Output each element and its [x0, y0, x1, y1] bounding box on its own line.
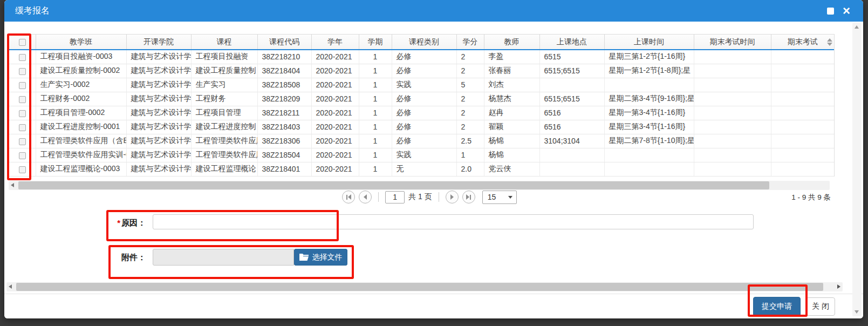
last-page-button[interactable] [462, 191, 475, 203]
column-header-label: 课程代码 [269, 37, 299, 46]
cell-teacher: 翟颖 [484, 120, 539, 134]
scroll-up-icon[interactable] [855, 25, 859, 29]
cell-year: 2020-2021 [311, 50, 359, 64]
cell-college: 建筑与艺术设计学院 [126, 106, 191, 120]
first-page-button[interactable] [342, 191, 355, 203]
table-horizontal-scrollbar[interactable] [9, 181, 830, 190]
column-header-location[interactable]: 上课地点 [539, 35, 604, 50]
cell-college: 建筑与艺术设计学院 [126, 134, 191, 148]
row-checkbox[interactable] [19, 166, 26, 173]
row-checkbox[interactable] [19, 138, 26, 145]
column-header-college[interactable]: 开课学院 [126, 35, 191, 50]
page-number-input[interactable] [385, 191, 405, 203]
cell-course: 工程项目投融资 [191, 50, 257, 64]
dialog-title: 缓考报名 [15, 5, 50, 17]
reason-input[interactable] [153, 214, 754, 229]
choose-file-button[interactable]: 选择文件 [294, 249, 347, 266]
row-select-cell [9, 148, 36, 162]
column-header-credit[interactable]: 学分 [456, 35, 484, 50]
table-row: 工程项目管理-0002建筑与艺术设计学院工程项目管理38Z2182112020-… [9, 106, 834, 120]
table-row: 建设工程进度控制-0001建筑与艺术设计学院建设工程进度控制38Z2184032… [9, 120, 834, 134]
maximize-button[interactable] [822, 4, 838, 18]
row-checkbox[interactable] [19, 152, 26, 159]
select-all-checkbox[interactable] [19, 39, 26, 46]
chevron-right-icon [466, 194, 469, 200]
cell-time: 星期一第3-4节{1-16周} [604, 106, 694, 120]
row-checkbox[interactable] [19, 110, 26, 117]
column-header-teacher[interactable]: 教师 [484, 35, 539, 50]
table-row: 工程管理类软件应用（含B建筑与艺术设计学院工程管理类软件应用38Z2183062… [9, 134, 834, 148]
dialog-scrollbar-thumb[interactable] [16, 283, 823, 291]
cell-teacher: 杨锦 [484, 148, 539, 162]
cell-course_code: 38Z218508 [257, 78, 311, 92]
row-select-cell [9, 134, 36, 148]
reason-label-text: 原因： [121, 218, 146, 227]
scroll-left-icon[interactable] [9, 284, 12, 289]
column-header-select [9, 35, 36, 50]
column-header-course_code[interactable]: 课程代码 [257, 35, 311, 50]
cell-final_exam_place [771, 134, 834, 148]
cell-time: 星期三第1-2节{1-16周} [604, 50, 694, 64]
page-size-value: 15 [488, 193, 496, 201]
cell-teacher: 杨慧杰 [484, 92, 539, 106]
chevron-left-icon [348, 194, 351, 200]
cell-course: 工程管理类软件应用 [191, 148, 257, 162]
table-row: 建设工程质量控制-0002建筑与艺术设计学院建设工程质量控制38Z2184042… [9, 64, 834, 78]
column-header-teaching_class[interactable]: 教学班 [36, 35, 126, 50]
cell-course_code: 38Z218306 [257, 134, 311, 148]
cell-teacher: 赵冉 [484, 106, 539, 120]
scroll-left-icon[interactable] [11, 183, 14, 187]
next-page-button[interactable] [446, 191, 459, 203]
row-select-cell [9, 106, 36, 120]
row-checkbox[interactable] [19, 82, 26, 89]
attachment-input[interactable] [153, 249, 294, 266]
column-header-label: 上课地点 [557, 37, 587, 46]
cell-college: 建筑与艺术设计学院 [126, 64, 191, 78]
cell-credit: 2 [456, 50, 484, 64]
table-scrollbar-thumb[interactable] [18, 181, 769, 189]
dialog-footer: 提交申请 关 闭 [4, 294, 863, 318]
cell-teacher: 刘杰 [484, 78, 539, 92]
attachment-label-text: 附件： [121, 253, 146, 262]
cell-teaching_class: 工程项目管理-0002 [36, 106, 126, 120]
cell-year: 2020-2021 [311, 78, 359, 92]
sort-carets-icon[interactable] [827, 38, 832, 46]
close-button[interactable]: 关 闭 [806, 297, 835, 316]
cell-course_type: 必修 [392, 92, 456, 106]
column-header-term[interactable]: 学期 [359, 35, 392, 50]
dialog-horizontal-scrollbar[interactable] [6, 282, 843, 291]
scroll-right-icon[interactable] [837, 284, 840, 289]
cell-course_code: 38Z218210 [257, 50, 311, 64]
row-select-cell [9, 78, 36, 92]
last-page-icon [470, 195, 471, 200]
submit-application-button[interactable]: 提交申请 [753, 297, 801, 316]
close-dialog-button[interactable]: × [838, 4, 855, 18]
cell-final_exam_place [771, 120, 834, 134]
prev-page-button[interactable] [359, 191, 372, 203]
column-header-year[interactable]: 学年 [311, 35, 359, 50]
column-header-final_exam_time[interactable]: 期末考试时间 [694, 35, 771, 50]
column-header-course[interactable]: 课程 [191, 35, 257, 50]
cell-final_exam_time [694, 106, 771, 120]
cell-time [604, 162, 694, 176]
row-checkbox[interactable] [19, 68, 26, 75]
cell-credit: 2.0 [456, 162, 484, 176]
column-header-final_exam_place[interactable]: 期末考试 [771, 35, 834, 50]
cell-final_exam_time [694, 64, 771, 78]
page-size-select[interactable]: 15 [482, 191, 517, 204]
row-checkbox[interactable] [19, 124, 26, 131]
dialog-vertical-scrollbar[interactable] [852, 23, 862, 316]
cell-location: 3104;3104 [539, 134, 604, 148]
column-header-course_type[interactable]: 课程类别 [392, 35, 456, 50]
cell-location: 6516 [539, 120, 604, 134]
cell-teacher: 杨锦 [484, 134, 539, 148]
cell-course_code: 38Z218404 [257, 64, 311, 78]
close-icon: × [843, 5, 850, 16]
row-checkbox[interactable] [19, 96, 26, 103]
cell-course_type: 实践 [392, 148, 456, 162]
row-checkbox[interactable] [19, 54, 26, 61]
cell-year: 2020-2021 [311, 134, 359, 148]
cell-final_exam_time [694, 78, 771, 92]
column-header-time[interactable]: 上课时间 [604, 35, 694, 50]
scroll-down-icon[interactable] [855, 310, 859, 314]
